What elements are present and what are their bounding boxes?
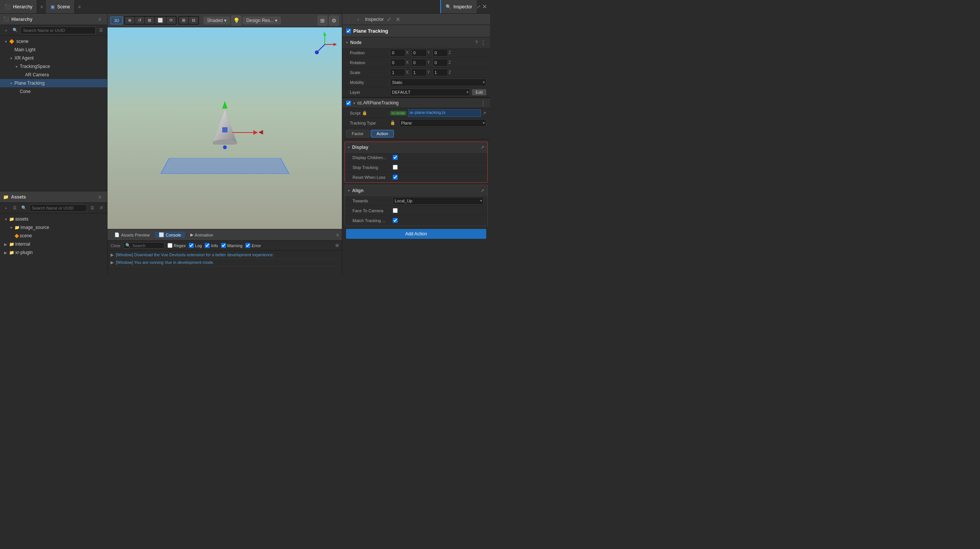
face-to-camera-checkbox[interactable]	[393, 208, 398, 213]
align-link-icon[interactable]: ↗	[480, 188, 484, 193]
lighting-btn[interactable]: 💡	[231, 16, 241, 25]
tree-item-assets[interactable]: ▾ 📁 assets	[0, 215, 107, 223]
btn-rotate[interactable]: ↺	[135, 17, 144, 24]
node-question-icon[interactable]: ?	[475, 40, 478, 45]
btn-move[interactable]: ⊕	[125, 17, 134, 24]
nav-back-btn[interactable]: ‹	[345, 16, 353, 23]
assets-list-icon[interactable]: ☰	[11, 204, 19, 212]
script-filename[interactable]: ar-plane-tracking.ts	[408, 109, 481, 117]
ar-component-expand[interactable]: ▾	[353, 101, 355, 105]
tab-animation[interactable]: ▶ Animation	[186, 232, 217, 238]
rotation-x-input[interactable]	[390, 59, 405, 67]
console-options-icon[interactable]: ⊞	[336, 243, 339, 248]
tab-hierarchy[interactable]: ⬛ Hierarchy	[0, 0, 37, 13]
tree-item-tracking-space[interactable]: ▾ TrackingSpace	[0, 62, 107, 71]
scale-y-input[interactable]	[411, 69, 426, 76]
info-checkbox[interactable]	[205, 243, 210, 248]
factor-tab[interactable]: Factor	[346, 130, 369, 137]
console-clear-btn[interactable]: Clear	[111, 243, 121, 248]
position-z-input[interactable]	[433, 49, 448, 57]
warning-checkbox[interactable]	[221, 243, 226, 248]
tree-item-plane-tracking[interactable]: ▾ Plane Tracking	[0, 79, 107, 87]
mobility-select[interactable]: Static	[390, 79, 486, 86]
layer-select[interactable]: DEFAULT	[390, 89, 470, 96]
display-section-header[interactable]: ▾ Display ↗	[345, 142, 487, 152]
console-search-input[interactable]	[132, 243, 162, 248]
btn-snap[interactable]: ⊞	[179, 17, 188, 24]
towards-select[interactable]: Local_Up	[393, 197, 484, 205]
stop-tracking-checkbox[interactable]	[393, 165, 398, 170]
rotation-y-input[interactable]	[411, 59, 426, 67]
tree-item-cone[interactable]: Cone	[0, 87, 107, 96]
component-enable-checkbox[interactable]	[346, 29, 351, 33]
tree-item-scene[interactable]: ▾ 🔶 scene	[0, 37, 107, 46]
display-children-checkbox[interactable]	[393, 155, 398, 160]
close-icon[interactable]: ✕	[482, 3, 487, 10]
action-tab[interactable]: Action	[371, 130, 394, 137]
script-open-btn[interactable]: ↗	[482, 111, 486, 116]
hierarchy-menu-btn[interactable]: ≡	[37, 0, 46, 13]
tab-inspector[interactable]: 🔍 Inspector	[440, 0, 477, 13]
maximize-icon[interactable]: ⤢	[477, 4, 480, 10]
tree-item-ar-camera[interactable]: AR Camera	[0, 71, 107, 79]
assets-filter-icon[interactable]: ☰	[89, 204, 96, 212]
msg-arrow-1[interactable]: ▶	[111, 260, 114, 265]
scene-settings-btn1[interactable]: ⊞	[318, 16, 328, 25]
tab-assets-preview[interactable]: 📄 Assets Preview	[111, 232, 153, 238]
scale-z-input[interactable]	[433, 69, 448, 76]
error-checkbox-label[interactable]: Error	[245, 243, 261, 248]
regex-checkbox-label[interactable]: Regex	[167, 243, 186, 248]
btn-snap2[interactable]: ⊟	[189, 17, 198, 24]
scene-settings-btn2[interactable]: ⚙	[329, 16, 339, 25]
rotation-z-input[interactable]	[433, 59, 448, 67]
btn-universal[interactable]: ⟳	[166, 17, 176, 24]
tree-item-xr-agent[interactable]: ▾ XR Agent	[0, 54, 107, 62]
hierarchy-search-input[interactable]	[21, 27, 96, 34]
tab-console[interactable]: ⬜ Console	[155, 232, 185, 238]
msg-arrow-0[interactable]: ▶	[111, 252, 114, 257]
tree-item-internal[interactable]: ▶ 📁 internal	[0, 240, 107, 248]
log-checkbox-label[interactable]: Log	[189, 243, 202, 248]
scale-x-input[interactable]	[390, 69, 405, 76]
tree-item-image-source[interactable]: ▾ 📁 image_source	[0, 223, 107, 232]
bottom-panel-menu[interactable]: ≡	[336, 232, 339, 238]
add-asset-btn[interactable]: +	[2, 204, 10, 212]
tree-item-scene-asset[interactable]: 🔶 scene	[0, 232, 107, 240]
regex-checkbox[interactable]	[167, 243, 172, 248]
assets-search-icon[interactable]: 🔍	[20, 204, 28, 212]
position-y-input[interactable]	[411, 49, 426, 57]
btn-scale[interactable]: ⊠	[145, 17, 154, 24]
display-link-icon[interactable]: ↗	[480, 144, 484, 150]
ar-component-checkbox[interactable]	[346, 101, 351, 106]
add-action-btn[interactable]: Add Action	[346, 229, 486, 239]
error-checkbox[interactable]	[245, 243, 250, 248]
btn-rect[interactable]: ⬜	[154, 17, 166, 24]
reset-when-loss-checkbox[interactable]	[393, 175, 398, 179]
tree-item-xr-plugin[interactable]: ▶ 📁 xr-plugin	[0, 248, 107, 257]
position-x-input[interactable]	[390, 49, 405, 57]
shading-dropdown[interactable]: Shaded ▾	[204, 17, 230, 24]
btn-3d[interactable]: 3D	[111, 17, 123, 24]
search-icon[interactable]: 🔍	[11, 27, 19, 34]
node-kebab-icon[interactable]: ⋮	[480, 39, 486, 46]
warning-checkbox-label[interactable]: Warning	[221, 243, 243, 248]
assets-panel-menu[interactable]: ≡	[95, 194, 104, 200]
tab-scene[interactable]: ▣ Scene	[46, 0, 75, 13]
nav-forward-btn[interactable]: ›	[355, 16, 362, 23]
assets-search-input[interactable]	[29, 204, 87, 212]
tree-item-main-light[interactable]: Main Light	[0, 46, 107, 54]
scene-menu-btn[interactable]: ≡	[75, 0, 84, 13]
inspector-maximize-icon[interactable]: ⤢	[387, 16, 391, 22]
hierarchy-list-icon[interactable]: ☰	[97, 27, 105, 34]
add-node-btn[interactable]: +	[2, 27, 10, 34]
align-section-header[interactable]: ▾ Align ↗	[345, 185, 487, 196]
tracking-type-select[interactable]: Plane	[399, 119, 486, 127]
design-res-dropdown[interactable]: Design Res... ▾	[243, 17, 281, 24]
assets-refresh-icon[interactable]: ↺	[97, 204, 105, 212]
node-section-header[interactable]: ▾ Node ? ⋮	[342, 37, 490, 48]
match-tracking-checkbox[interactable]	[393, 218, 398, 223]
layer-edit-btn[interactable]: Edit	[472, 89, 486, 95]
info-checkbox-label[interactable]: Info	[205, 243, 218, 248]
hierarchy-panel-menu[interactable]: ≡	[95, 17, 104, 22]
log-checkbox[interactable]	[189, 243, 194, 248]
